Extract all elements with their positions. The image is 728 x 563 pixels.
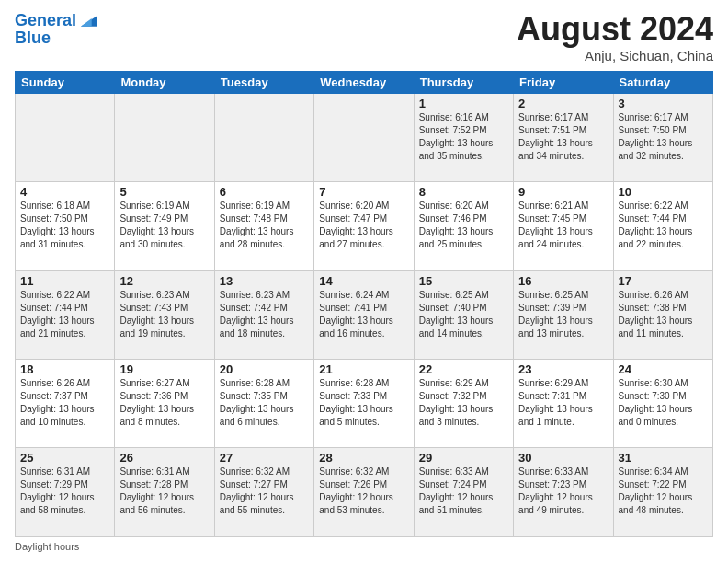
- day-cell: 13Sunrise: 6:23 AMSunset: 7:42 PMDayligh…: [214, 270, 313, 359]
- day-info: Sunrise: 6:21 AMSunset: 7:45 PMDaylight:…: [518, 200, 608, 251]
- week-row-2: 11Sunrise: 6:22 AMSunset: 7:44 PMDayligh…: [16, 270, 713, 359]
- day-cell: 30Sunrise: 6:33 AMSunset: 7:23 PMDayligh…: [514, 448, 613, 537]
- day-number: 19: [119, 362, 209, 376]
- day-cell: 16Sunrise: 6:25 AMSunset: 7:39 PMDayligh…: [514, 270, 613, 359]
- day-cell: 10Sunrise: 6:22 AMSunset: 7:44 PMDayligh…: [613, 182, 712, 270]
- day-number: 4: [20, 185, 109, 199]
- day-info: Sunrise: 6:26 AMSunset: 7:37 PMDaylight:…: [20, 377, 109, 429]
- header: General Blue August 2024 Anju, Sichuan, …: [15, 11, 713, 63]
- week-row-1: 4Sunrise: 6:18 AMSunset: 7:50 PMDaylight…: [16, 182, 713, 270]
- svg-marker-1: [81, 18, 92, 27]
- day-number: 11: [20, 274, 109, 288]
- day-cell: 22Sunrise: 6:29 AMSunset: 7:32 PMDayligh…: [414, 360, 513, 448]
- day-number: 21: [319, 362, 408, 376]
- day-cell: 28Sunrise: 6:32 AMSunset: 7:26 PMDayligh…: [314, 448, 414, 537]
- day-cell: 7Sunrise: 6:20 AMSunset: 7:47 PMDaylight…: [314, 182, 414, 270]
- day-number: 20: [220, 362, 309, 376]
- day-cell: 17Sunrise: 6:26 AMSunset: 7:38 PMDayligh…: [613, 270, 712, 359]
- day-number: 8: [419, 185, 508, 199]
- day-info: Sunrise: 6:16 AMSunset: 7:52 PMDaylight:…: [419, 111, 508, 163]
- day-number: 27: [220, 451, 309, 465]
- day-number: 15: [419, 274, 508, 288]
- day-cell: 18Sunrise: 6:26 AMSunset: 7:37 PMDayligh…: [16, 360, 115, 448]
- day-cell: 1Sunrise: 6:16 AMSunset: 7:52 PMDaylight…: [414, 93, 513, 181]
- day-number: 31: [619, 451, 708, 465]
- day-info: Sunrise: 6:22 AMSunset: 7:44 PMDaylight:…: [20, 289, 109, 340]
- day-info: Sunrise: 6:34 AMSunset: 7:22 PMDaylight:…: [619, 465, 708, 517]
- day-number: 16: [518, 274, 608, 288]
- day-info: Sunrise: 6:22 AMSunset: 7:44 PMDaylight:…: [619, 200, 708, 251]
- day-number: 18: [20, 362, 109, 376]
- day-number: 28: [319, 451, 408, 465]
- day-cell: 20Sunrise: 6:28 AMSunset: 7:35 PMDayligh…: [214, 360, 313, 448]
- day-info: Sunrise: 6:33 AMSunset: 7:23 PMDaylight:…: [518, 465, 608, 517]
- day-cell: [214, 93, 313, 181]
- day-info: Sunrise: 6:28 AMSunset: 7:35 PMDaylight:…: [220, 377, 309, 429]
- day-info: Sunrise: 6:18 AMSunset: 7:50 PMDaylight:…: [20, 200, 109, 251]
- day-number: 26: [119, 451, 209, 465]
- day-number: 29: [419, 451, 508, 465]
- day-number: 10: [619, 185, 708, 199]
- day-header-friday: Friday: [514, 71, 613, 93]
- day-cell: 27Sunrise: 6:32 AMSunset: 7:27 PMDayligh…: [214, 448, 313, 537]
- day-number: 23: [518, 362, 608, 376]
- location: Anju, Sichuan, China: [517, 48, 713, 63]
- day-cell: 29Sunrise: 6:33 AMSunset: 7:24 PMDayligh…: [414, 448, 513, 537]
- day-number: 22: [419, 362, 508, 376]
- footer: Daylight hours: [15, 541, 713, 552]
- day-cell: 15Sunrise: 6:25 AMSunset: 7:40 PMDayligh…: [414, 270, 513, 359]
- day-info: Sunrise: 6:24 AMSunset: 7:41 PMDaylight:…: [319, 289, 408, 340]
- day-cell: [16, 93, 115, 181]
- day-info: Sunrise: 6:17 AMSunset: 7:51 PMDaylight:…: [518, 111, 608, 163]
- day-cell: 3Sunrise: 6:17 AMSunset: 7:50 PMDaylight…: [613, 93, 712, 181]
- calendar: SundayMondayTuesdayWednesdayThursdayFrid…: [15, 71, 713, 537]
- day-number: 25: [20, 451, 109, 465]
- day-number: 14: [319, 274, 408, 288]
- header-row: SundayMondayTuesdayWednesdayThursdayFrid…: [16, 71, 713, 93]
- month-year: August 2024: [517, 11, 713, 48]
- day-info: Sunrise: 6:33 AMSunset: 7:24 PMDaylight:…: [419, 465, 508, 517]
- day-info: Sunrise: 6:25 AMSunset: 7:39 PMDaylight:…: [518, 289, 608, 340]
- day-number: 5: [119, 185, 209, 199]
- day-header-sunday: Sunday: [16, 71, 115, 93]
- day-cell: 19Sunrise: 6:27 AMSunset: 7:36 PMDayligh…: [115, 360, 214, 448]
- day-info: Sunrise: 6:26 AMSunset: 7:38 PMDaylight:…: [619, 289, 708, 340]
- day-info: Sunrise: 6:17 AMSunset: 7:50 PMDaylight:…: [619, 111, 708, 163]
- day-number: 6: [220, 185, 309, 199]
- day-info: Sunrise: 6:27 AMSunset: 7:36 PMDaylight:…: [119, 377, 209, 429]
- day-header-wednesday: Wednesday: [314, 71, 414, 93]
- logo-icon: [78, 11, 98, 31]
- logo: General Blue: [15, 11, 98, 48]
- day-info: Sunrise: 6:23 AMSunset: 7:42 PMDaylight:…: [220, 289, 309, 340]
- day-info: Sunrise: 6:20 AMSunset: 7:46 PMDaylight:…: [419, 200, 508, 251]
- day-cell: 24Sunrise: 6:30 AMSunset: 7:30 PMDayligh…: [613, 360, 712, 448]
- day-info: Sunrise: 6:29 AMSunset: 7:32 PMDaylight:…: [419, 377, 508, 429]
- day-info: Sunrise: 6:28 AMSunset: 7:33 PMDaylight:…: [319, 377, 408, 429]
- day-cell: 11Sunrise: 6:22 AMSunset: 7:44 PMDayligh…: [16, 270, 115, 359]
- day-cell: 5Sunrise: 6:19 AMSunset: 7:49 PMDaylight…: [115, 182, 214, 270]
- day-cell: 2Sunrise: 6:17 AMSunset: 7:51 PMDaylight…: [514, 93, 613, 181]
- day-info: Sunrise: 6:32 AMSunset: 7:26 PMDaylight:…: [319, 465, 408, 517]
- week-row-3: 18Sunrise: 6:26 AMSunset: 7:37 PMDayligh…: [16, 360, 713, 448]
- day-number: 30: [518, 451, 608, 465]
- day-cell: 25Sunrise: 6:31 AMSunset: 7:29 PMDayligh…: [16, 448, 115, 537]
- day-header-tuesday: Tuesday: [214, 71, 313, 93]
- day-info: Sunrise: 6:31 AMSunset: 7:29 PMDaylight:…: [20, 465, 109, 517]
- day-number: 9: [518, 185, 608, 199]
- day-cell: [115, 93, 214, 181]
- day-cell: 4Sunrise: 6:18 AMSunset: 7:50 PMDaylight…: [16, 182, 115, 270]
- day-number: 24: [619, 362, 708, 376]
- logo-text: General: [15, 12, 76, 30]
- day-number: 1: [419, 97, 508, 110]
- day-header-thursday: Thursday: [414, 71, 513, 93]
- day-number: 3: [619, 97, 708, 110]
- day-cell: 26Sunrise: 6:31 AMSunset: 7:28 PMDayligh…: [115, 448, 214, 537]
- page: General Blue August 2024 Anju, Sichuan, …: [0, 0, 728, 563]
- day-info: Sunrise: 6:32 AMSunset: 7:27 PMDaylight:…: [220, 465, 309, 517]
- day-info: Sunrise: 6:31 AMSunset: 7:28 PMDaylight:…: [119, 465, 209, 517]
- day-cell: 9Sunrise: 6:21 AMSunset: 7:45 PMDaylight…: [514, 182, 613, 270]
- day-cell: 31Sunrise: 6:34 AMSunset: 7:22 PMDayligh…: [613, 448, 712, 537]
- title-block: August 2024 Anju, Sichuan, China: [517, 11, 713, 63]
- day-info: Sunrise: 6:19 AMSunset: 7:48 PMDaylight:…: [220, 200, 309, 251]
- day-cell: 6Sunrise: 6:19 AMSunset: 7:48 PMDaylight…: [214, 182, 313, 270]
